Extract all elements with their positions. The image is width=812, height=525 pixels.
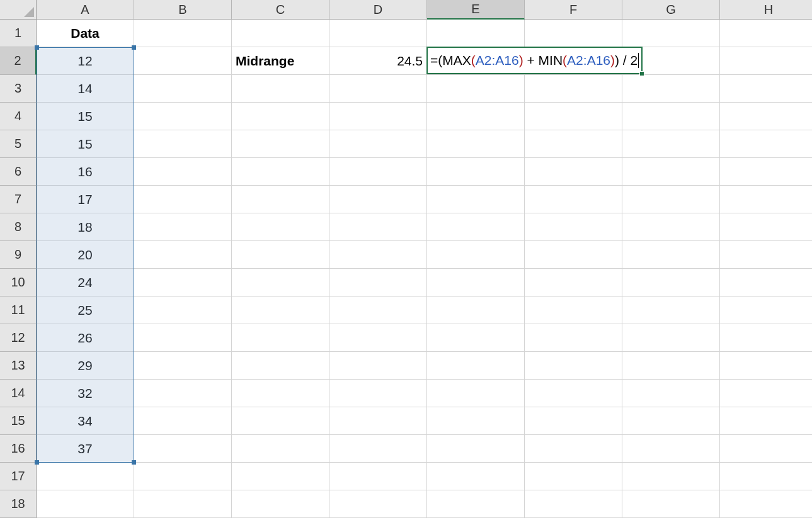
row-header-18[interactable]: 18: [0, 490, 37, 518]
row-header-1[interactable]: 1: [0, 20, 37, 47]
cell-H12[interactable]: [720, 324, 812, 352]
cell-G15[interactable]: [622, 407, 720, 435]
cell-C2[interactable]: Midrange: [232, 47, 329, 75]
cell-E16[interactable]: [427, 435, 525, 463]
cell-A8[interactable]: 18: [37, 213, 134, 241]
cell-F4[interactable]: [525, 103, 622, 130]
cell-F9[interactable]: [525, 241, 622, 269]
cell-H18[interactable]: [720, 490, 812, 518]
row-header-3[interactable]: 3: [0, 75, 37, 103]
cell-A7[interactable]: 17: [37, 186, 134, 213]
cell-A3[interactable]: 14: [37, 75, 134, 103]
cell-B9[interactable]: [134, 241, 232, 269]
cell-E12[interactable]: [427, 324, 525, 352]
cell-E7[interactable]: [427, 186, 525, 213]
cell-F8[interactable]: [525, 213, 622, 241]
cell-A2[interactable]: 12: [37, 47, 134, 75]
cell-C1[interactable]: [232, 20, 329, 47]
cell-G1[interactable]: [622, 20, 720, 47]
row-header-13[interactable]: 13: [0, 352, 37, 380]
cell-C12[interactable]: [232, 324, 329, 352]
cell-G16[interactable]: [622, 435, 720, 463]
cell-C17[interactable]: [232, 463, 329, 490]
cell-F6[interactable]: [525, 158, 622, 186]
cell-B13[interactable]: [134, 352, 232, 380]
cell-F15[interactable]: [525, 407, 622, 435]
cell-H2[interactable]: [720, 47, 812, 75]
cell-A16[interactable]: 37: [37, 435, 134, 463]
cell-B1[interactable]: [134, 20, 232, 47]
cell-F14[interactable]: [525, 380, 622, 407]
cell-H15[interactable]: [720, 407, 812, 435]
cell-F13[interactable]: [525, 352, 622, 380]
cell-A13[interactable]: 29: [37, 352, 134, 380]
row-header-15[interactable]: 15: [0, 407, 37, 435]
cell-E15[interactable]: [427, 407, 525, 435]
cell-D14[interactable]: [329, 380, 427, 407]
cell-C8[interactable]: [232, 213, 329, 241]
row-header-5[interactable]: 5: [0, 130, 37, 158]
cell-F1[interactable]: [525, 20, 622, 47]
cell-G10[interactable]: [622, 269, 720, 296]
cell-D11[interactable]: [329, 296, 427, 324]
cell-D13[interactable]: [329, 352, 427, 380]
column-header-B[interactable]: B: [134, 0, 232, 20]
cell-E10[interactable]: [427, 269, 525, 296]
cell-F11[interactable]: [525, 296, 622, 324]
cell-A12[interactable]: 26: [37, 324, 134, 352]
cell-D18[interactable]: [329, 490, 427, 518]
cell-D15[interactable]: [329, 407, 427, 435]
cell-C14[interactable]: [232, 380, 329, 407]
cell-F5[interactable]: [525, 130, 622, 158]
column-header-H[interactable]: H: [720, 0, 812, 20]
cell-H17[interactable]: [720, 463, 812, 490]
cell-H4[interactable]: [720, 103, 812, 130]
cell-D9[interactable]: [329, 241, 427, 269]
cell-E1[interactable]: [427, 20, 525, 47]
cell-E13[interactable]: [427, 352, 525, 380]
cell-D4[interactable]: [329, 103, 427, 130]
cell-F3[interactable]: [525, 75, 622, 103]
cell-C15[interactable]: [232, 407, 329, 435]
cell-B16[interactable]: [134, 435, 232, 463]
cell-E11[interactable]: [427, 296, 525, 324]
active-cell-editor[interactable]: =(MAX(A2:A16) + MIN(A2:A16)) / 2: [426, 47, 643, 74]
cell-H16[interactable]: [720, 435, 812, 463]
cell-E8[interactable]: [427, 213, 525, 241]
cell-E9[interactable]: [427, 241, 525, 269]
row-header-17[interactable]: 17: [0, 463, 37, 490]
cell-D16[interactable]: [329, 435, 427, 463]
select-all-corner[interactable]: [0, 0, 37, 20]
cell-C9[interactable]: [232, 241, 329, 269]
cell-D10[interactable]: [329, 269, 427, 296]
cell-B7[interactable]: [134, 186, 232, 213]
cell-D6[interactable]: [329, 158, 427, 186]
cell-F17[interactable]: [525, 463, 622, 490]
row-header-4[interactable]: 4: [0, 103, 37, 130]
cell-H5[interactable]: [720, 130, 812, 158]
cell-G13[interactable]: [622, 352, 720, 380]
cell-B12[interactable]: [134, 324, 232, 352]
cell-D1[interactable]: [329, 20, 427, 47]
row-header-11[interactable]: 11: [0, 296, 37, 324]
cell-H6[interactable]: [720, 158, 812, 186]
cell-E6[interactable]: [427, 158, 525, 186]
cell-B11[interactable]: [134, 296, 232, 324]
cell-E3[interactable]: [427, 75, 525, 103]
row-header-16[interactable]: 16: [0, 435, 37, 463]
cell-G18[interactable]: [622, 490, 720, 518]
cell-D3[interactable]: [329, 75, 427, 103]
cell-B4[interactable]: [134, 103, 232, 130]
cell-G4[interactable]: [622, 103, 720, 130]
cell-B3[interactable]: [134, 75, 232, 103]
cell-E5[interactable]: [427, 130, 525, 158]
cell-B6[interactable]: [134, 158, 232, 186]
cell-C18[interactable]: [232, 490, 329, 518]
column-header-D[interactable]: D: [329, 0, 427, 20]
fill-handle-icon[interactable]: [639, 71, 644, 76]
cell-D7[interactable]: [329, 186, 427, 213]
row-header-12[interactable]: 12: [0, 324, 37, 352]
cell-G12[interactable]: [622, 324, 720, 352]
cell-H10[interactable]: [720, 269, 812, 296]
column-header-F[interactable]: F: [525, 0, 622, 20]
